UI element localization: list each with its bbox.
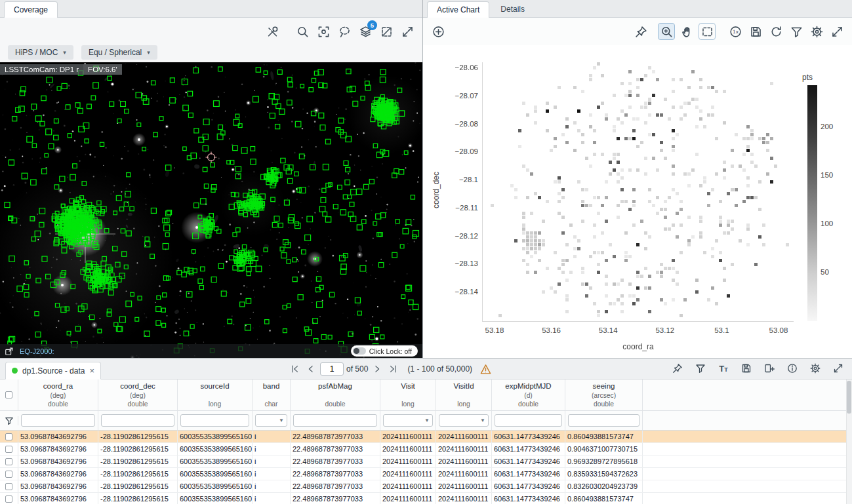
warning-icon[interactable]: [480, 364, 491, 375]
box-select-icon[interactable]: [699, 23, 716, 40]
table-row[interactable]: 53.09687843692796-28.1190286129561560035…: [0, 493, 852, 504]
expand-chart-icon[interactable]: [828, 23, 845, 40]
column-header-band[interactable]: band char: [253, 379, 291, 410]
select-all-checkbox[interactable]: [5, 391, 12, 398]
next-page-icon[interactable]: [371, 362, 384, 376]
info-icon[interactable]: [784, 360, 801, 377]
x-axis-label: coord_ra: [609, 342, 668, 351]
table-row[interactable]: 53.09687843692796-28.1190286129561560035…: [0, 468, 852, 480]
cell-Visit: 2024111600111: [380, 493, 436, 504]
table-row[interactable]: 53.09687843692796-28.1190286129561560035…: [0, 480, 852, 493]
cell-sourceId: 600355353899565160: [178, 456, 253, 467]
cell-psfAbMag: 22.489687873977033: [291, 431, 380, 442]
cell-expMidptMJD: 60631.14773439246: [492, 468, 565, 480]
filter-icon[interactable]: [788, 23, 805, 40]
layers-button[interactable]: 5: [357, 23, 374, 40]
cell-Visit: 2024111600111: [380, 456, 436, 467]
column-header-VisitId[interactable]: VisitId long: [436, 379, 492, 410]
table-row[interactable]: 53.09687843692796-28.1190286129561560035…: [0, 443, 852, 456]
table-settings-icon[interactable]: [807, 360, 824, 377]
tab-details[interactable]: Details: [491, 1, 535, 17]
chart-plot-area[interactable]: coord_dec coord_ra pts −28.06−28.07−28.0…: [423, 45, 852, 358]
colorbar-tick-label: 200: [821, 123, 833, 130]
column-header-seeing[interactable]: seeing(arcsec)double: [565, 379, 643, 410]
cell-VisitId: 2024111600111: [436, 493, 492, 504]
sky-image-canvas[interactable]: [0, 62, 422, 358]
filter-input-seeing[interactable]: [568, 414, 639, 427]
tab-active-chart[interactable]: Active Chart: [427, 1, 489, 18]
search-region-icon[interactable]: [294, 23, 311, 40]
cell-coord_ra: 53.09687843692796: [18, 468, 98, 480]
prev-page-icon[interactable]: [304, 362, 317, 376]
page-number-input[interactable]: [320, 362, 344, 376]
table-top-bar: dp1.Source - data × of 500 (1 - 100 of 5…: [0, 359, 852, 379]
heatmap-canvas[interactable]: [482, 62, 794, 322]
filter-select-band[interactable]: ▼: [255, 414, 287, 427]
table-panel: dp1.Source - data × of 500 (1 - 100 of 5…: [0, 358, 852, 504]
zoom-select-icon[interactable]: [658, 23, 675, 40]
hips-moc-label: HiPS / MOC: [15, 48, 58, 57]
expand-icon[interactable]: [399, 23, 416, 40]
filter-input-coord_dec[interactable]: [101, 414, 174, 427]
close-table-icon[interactable]: ×: [89, 366, 94, 376]
scrollbar-thumb[interactable]: [847, 381, 851, 414]
first-page-icon[interactable]: [289, 362, 302, 376]
zoom-reset-icon[interactable]: 1x: [727, 23, 744, 40]
column-header-psfAbMag[interactable]: psfAbMag double: [291, 379, 380, 410]
filter-input-sourceId[interactable]: [180, 414, 249, 427]
sky-image-view[interactable]: LSSTComCam: DP1 r FOV:6.6' EQ-J2000: Cli…: [0, 62, 422, 358]
table-scrollbar[interactable]: [846, 379, 852, 504]
cell-Visit: 2024111600111: [380, 480, 436, 492]
filter-funnel-icon[interactable]: [5, 416, 14, 425]
cell-Visit: 2024111600111: [380, 443, 436, 455]
filter-select-VisitId[interactable]: ▼: [439, 414, 489, 427]
row-checkbox[interactable]: [5, 471, 12, 478]
column-header-Visit[interactable]: Visit long: [380, 379, 436, 410]
column-header-coord_ra[interactable]: coord_ra(deg)double: [18, 379, 98, 410]
hips-moc-dropdown[interactable]: HiPS / MOC ▾: [8, 45, 73, 60]
coord-system-dropdown[interactable]: Equ / Spherical ▾: [81, 45, 157, 60]
recenter-icon[interactable]: [315, 23, 332, 40]
filter-input-psfAbMag[interactable]: [293, 414, 377, 427]
filter-table-icon[interactable]: [692, 360, 709, 377]
pan-icon[interactable]: [678, 23, 695, 40]
fov-label: FOV:6.6': [83, 64, 122, 75]
row-checkbox[interactable]: [5, 433, 12, 440]
text-options-icon[interactable]: TT: [715, 360, 732, 377]
cell-seeing: 0.9693289727895618: [565, 456, 643, 467]
table-row[interactable]: 53.09687843692796-28.1190286129561560035…: [0, 431, 852, 443]
save-table-icon[interactable]: [738, 360, 755, 377]
filter-input-expMidptMJD[interactable]: [495, 414, 562, 427]
table-tab[interactable]: dp1.Source - data ×: [5, 362, 101, 379]
pin-table-icon[interactable]: [669, 360, 686, 377]
column-header-sourceId[interactable]: sourceId long: [178, 379, 253, 410]
row-checkbox[interactable]: [5, 446, 12, 453]
row-checkbox[interactable]: [5, 495, 12, 503]
row-filler: [643, 468, 852, 480]
table-row[interactable]: 53.09687843692796-28.1190286129561560035…: [0, 456, 852, 468]
save-chart-icon[interactable]: [747, 23, 764, 40]
row-checkbox[interactable]: [5, 458, 12, 465]
add-chart-icon[interactable]: [430, 23, 447, 40]
unselect-icon[interactable]: [378, 23, 395, 40]
click-lock-toggle[interactable]: Click Lock: off: [351, 345, 418, 357]
cell-sourceId: 600355353899565160: [178, 431, 253, 442]
filter-input-coord_ra[interactable]: [21, 414, 95, 427]
expand-table-icon[interactable]: [830, 360, 847, 377]
lasso-select-icon[interactable]: [336, 23, 353, 40]
last-page-icon[interactable]: [386, 362, 399, 376]
filter-select-Visit[interactable]: ▼: [383, 414, 433, 427]
column-header-coord_dec[interactable]: coord_dec(deg)double: [98, 379, 178, 410]
column-header-expMidptMJD[interactable]: expMidptMJD(d)double: [492, 379, 565, 410]
pin-chart-icon[interactable]: [632, 23, 649, 40]
row-checkbox[interactable]: [5, 483, 12, 490]
chart-settings-icon[interactable]: [808, 23, 825, 40]
tab-coverage[interactable]: Coverage: [4, 1, 58, 18]
tools-icon[interactable]: [264, 23, 281, 40]
add-column-icon[interactable]: [761, 360, 778, 377]
refresh-icon[interactable]: [767, 23, 784, 40]
column-type: long: [209, 400, 221, 408]
row-checkbox-cell: [0, 468, 18, 480]
filter-cell-Visit: ▼: [380, 411, 436, 430]
open-in-new-icon[interactable]: [5, 347, 14, 356]
